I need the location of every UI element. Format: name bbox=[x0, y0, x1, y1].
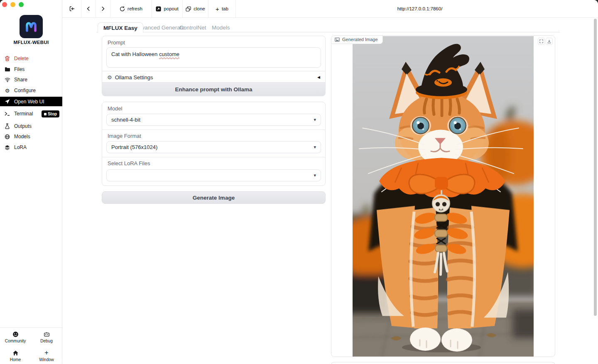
app-title: MFLUX-WEBUI bbox=[0, 40, 62, 45]
prompt-panel: Prompt Cat with Halloween custome ⚙ Olla… bbox=[102, 36, 326, 96]
sidebar-item-label: Configure bbox=[14, 88, 36, 93]
stop-button[interactable]: Stop bbox=[42, 110, 59, 117]
debug-button[interactable]: Debug bbox=[34, 329, 59, 345]
clone-icon bbox=[186, 6, 191, 12]
generated-image[interactable] bbox=[353, 36, 534, 357]
tab-controlnet[interactable]: ControlNet bbox=[179, 24, 206, 31]
layers-icon bbox=[4, 144, 10, 151]
enhance-prompt-button[interactable]: Enhance prompt with Ollama bbox=[102, 82, 325, 96]
prompt-label: Prompt bbox=[108, 39, 125, 46]
sidebar-footer-divider bbox=[0, 327, 62, 328]
generated-image-chip: Generated Image bbox=[331, 36, 383, 44]
sidebar-item-outputs[interactable]: Outputs bbox=[0, 122, 62, 131]
collapse-sidebar-icon bbox=[69, 6, 75, 12]
debug-label: Debug bbox=[40, 339, 52, 343]
new-tab-label: tab bbox=[222, 6, 228, 11]
zoom-window-button[interactable] bbox=[19, 2, 24, 7]
sidebar-item-label: Files bbox=[14, 66, 25, 72]
popout-button[interactable]: popout bbox=[152, 0, 183, 17]
model-dropdown[interactable]: schnell-4-bit ▾ bbox=[106, 114, 321, 126]
image-format-label: Image Format bbox=[108, 133, 141, 139]
home-icon bbox=[12, 349, 19, 356]
url-bar[interactable]: http://127.0.0.1:7860/ bbox=[236, 0, 598, 17]
download-icon bbox=[547, 39, 551, 44]
tab-label: Models bbox=[212, 24, 230, 31]
lora-files-dropdown[interactable]: ▾ bbox=[106, 169, 321, 181]
chevron-down-icon: ▾ bbox=[314, 173, 316, 178]
wifi-icon bbox=[4, 77, 10, 83]
accordion-collapse-icon: ◀ bbox=[317, 75, 320, 79]
panel-divider bbox=[102, 157, 325, 157]
sidebar-item-configure[interactable]: ⚙ Configure bbox=[0, 86, 62, 95]
plus-icon: + bbox=[43, 349, 50, 356]
app-window: MFLUX-WEBUI Delete Files Share ⚙ Configu… bbox=[0, 0, 598, 364]
robot-icon bbox=[43, 331, 50, 337]
settings-panel: Model schnell-4-bit ▾ Image Format Portr… bbox=[102, 102, 326, 186]
sidebar-item-label: Outputs bbox=[14, 123, 32, 129]
popout-label: popout bbox=[164, 6, 178, 11]
globe-icon bbox=[4, 134, 10, 140]
trash-icon bbox=[4, 56, 10, 62]
chevron-down-icon: ▾ bbox=[314, 144, 316, 150]
sidebar-item-open-web-ui[interactable]: Open Web UI bbox=[0, 97, 62, 106]
terminal-icon bbox=[4, 111, 10, 117]
back-icon bbox=[86, 6, 91, 11]
fullscreen-button[interactable] bbox=[538, 38, 545, 45]
tab-mflux-easy[interactable]: MFLUX Easy bbox=[98, 22, 143, 33]
sidebar-item-lora[interactable]: LoRA bbox=[0, 143, 62, 152]
browser-toolbar: refresh popout clone + tab http://127.0.… bbox=[62, 0, 598, 18]
tabbar-divider bbox=[96, 32, 560, 32]
gear-icon: ⚙ bbox=[4, 88, 10, 94]
sidebar-item-files[interactable]: Files bbox=[0, 65, 62, 74]
app-logo bbox=[20, 15, 43, 38]
ollama-settings-accordion[interactable]: ⚙ Ollama Settings ◀ bbox=[102, 71, 325, 83]
tab-models[interactable]: Models bbox=[212, 24, 230, 31]
image-icon bbox=[335, 37, 340, 42]
lora-files-label: Select LoRA Files bbox=[108, 160, 150, 166]
prompt-misspelled-word: custome bbox=[159, 51, 179, 57]
sidebar-item-delete[interactable]: Delete bbox=[0, 54, 62, 63]
refresh-icon bbox=[120, 6, 125, 12]
url-text: http://127.0.0.1:7860/ bbox=[397, 6, 443, 11]
prompt-input[interactable]: Cat with Halloween custome bbox=[106, 47, 321, 68]
sidebar-item-models[interactable]: Models bbox=[0, 132, 62, 141]
community-label: Community bbox=[5, 339, 26, 343]
collapse-sidebar-button[interactable] bbox=[62, 0, 81, 17]
gear-icon: ⚙ bbox=[107, 74, 112, 81]
forward-button[interactable] bbox=[96, 0, 110, 17]
refresh-button[interactable]: refresh bbox=[110, 0, 152, 17]
generate-image-label: Generate Image bbox=[193, 195, 235, 201]
sidebar-item-label: Terminal bbox=[14, 111, 33, 117]
folder-icon bbox=[4, 66, 10, 73]
send-icon bbox=[4, 98, 10, 105]
new-tab-button[interactable]: + tab bbox=[208, 0, 236, 17]
generate-image-button[interactable]: Generate Image bbox=[102, 191, 326, 204]
clone-label: clone bbox=[194, 6, 205, 11]
sidebar-item-share[interactable]: Share bbox=[0, 75, 62, 84]
new-window-button[interactable]: + Window bbox=[34, 347, 59, 364]
image-format-dropdown[interactable]: Portrait (576x1024) ▾ bbox=[106, 141, 321, 153]
community-button[interactable]: Community bbox=[2, 329, 28, 345]
sidebar-item-label: Open Web UI bbox=[14, 99, 44, 105]
home-button[interactable]: Home bbox=[2, 347, 28, 364]
generated-image-label: Generated Image bbox=[342, 37, 378, 42]
clone-button[interactable]: clone bbox=[183, 0, 208, 17]
model-value: schnell-4-bit bbox=[111, 117, 140, 123]
generated-image-panel: Generated Image bbox=[331, 35, 555, 357]
back-button[interactable] bbox=[81, 0, 96, 17]
close-window-button[interactable] bbox=[2, 2, 7, 7]
chevron-down-icon: ▾ bbox=[314, 117, 316, 122]
download-button[interactable] bbox=[546, 38, 553, 45]
smiley-icon bbox=[12, 331, 19, 337]
fullscreen-icon bbox=[539, 39, 543, 43]
forward-icon bbox=[100, 6, 105, 11]
image-format-value: Portrait (576x1024) bbox=[111, 144, 157, 150]
sidebar-item-label: LoRA bbox=[14, 144, 27, 150]
flask-icon bbox=[4, 123, 10, 129]
sidebar-item-label: Delete bbox=[14, 56, 29, 61]
new-tab-icon: + bbox=[216, 6, 219, 12]
minimize-window-button[interactable] bbox=[10, 2, 15, 7]
home-label: Home bbox=[10, 357, 21, 362]
page-scrollbar[interactable] bbox=[594, 19, 597, 316]
ollama-settings-label: Ollama Settings bbox=[115, 74, 153, 81]
